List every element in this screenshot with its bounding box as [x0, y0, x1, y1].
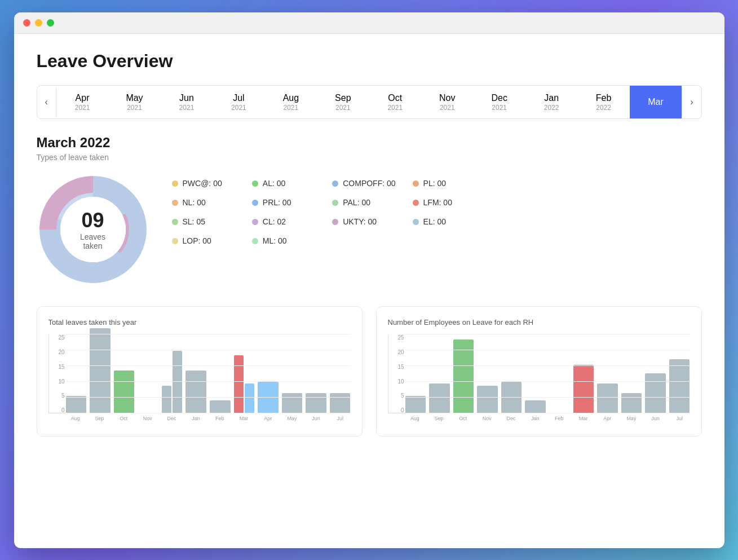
bar	[621, 393, 642, 413]
bar-group	[162, 351, 183, 413]
legend-label: ML: 00	[263, 236, 287, 245]
x-label: Dec	[501, 416, 522, 421]
month-item-sep[interactable]: Sep2021	[317, 86, 369, 119]
x-label: Apr	[597, 416, 618, 421]
bar	[453, 339, 474, 413]
bar	[330, 393, 351, 413]
total-leaves-title: Total leaves taken this year	[48, 318, 351, 327]
section-subtitle: Types of leave taken	[37, 153, 702, 162]
legend-label: CL: 02	[263, 217, 286, 226]
x-label: May	[282, 416, 303, 421]
next-month-button[interactable]: ›	[682, 88, 701, 116]
legend-dot	[332, 200, 338, 206]
legend-dot	[252, 219, 258, 225]
month-item-jul[interactable]: Jul2021	[213, 86, 264, 119]
bar-group	[405, 396, 426, 413]
bar-group	[573, 365, 594, 413]
legend-label: UKTY: 00	[343, 217, 377, 226]
month-item-mar[interactable]: Mar	[630, 86, 682, 119]
bar	[210, 400, 231, 413]
legend-dot	[413, 219, 419, 225]
x-label: Nov	[477, 416, 498, 421]
x-label: Jan	[185, 416, 206, 421]
bar-group	[597, 383, 618, 413]
bar-group	[330, 393, 351, 413]
charts-row: Total leaves taken this year 2520151050 …	[37, 306, 702, 436]
employees-leave-chart: Number of Employees on Leave for each RH…	[376, 306, 702, 436]
section-title: March 2022	[37, 135, 702, 151]
legend-item: PL: 00	[413, 179, 476, 188]
months-list: Apr2021May2021Jun2021Jul2021Aug2021Sep20…	[56, 86, 682, 119]
month-item-aug[interactable]: Aug2021	[265, 86, 317, 119]
bar	[669, 359, 690, 413]
legend-item: PAL: 00	[332, 198, 395, 207]
maximize-button[interactable]	[47, 19, 54, 27]
bar-group	[234, 355, 255, 413]
title-bar	[14, 12, 724, 34]
prev-month-button[interactable]: ‹	[37, 88, 56, 116]
x-label: Jun	[306, 416, 326, 421]
x-label: Nov	[138, 416, 158, 421]
legend-item: LOP: 00	[172, 236, 235, 245]
bar	[234, 355, 244, 413]
legend-item: AL: 00	[252, 179, 315, 188]
legend-dot	[332, 180, 338, 187]
total-leaves-chart: Total leaves taken this year 2520151050 …	[37, 306, 363, 436]
x-label: Dec	[161, 416, 182, 421]
y-axis: 2520151050	[49, 334, 65, 413]
legend-item: COMPOFF: 00	[332, 179, 395, 188]
month-item-may[interactable]: May2021	[108, 86, 160, 119]
leave-section: March 2022 Types of leave taken	[37, 135, 702, 286]
bar	[501, 382, 522, 413]
legend-dot	[172, 180, 178, 187]
month-item-jan[interactable]: Jan2022	[525, 86, 577, 119]
x-label: Oct	[453, 416, 474, 421]
x-label: Apr	[258, 416, 279, 421]
x-label: May	[621, 416, 642, 421]
bar	[597, 383, 618, 413]
legend-dot	[332, 219, 338, 225]
legend-item: SL: 05	[172, 217, 235, 226]
bar-group	[621, 393, 642, 413]
legend-label: NL: 00	[183, 198, 206, 207]
bar	[573, 365, 594, 413]
x-label: Mar	[233, 416, 254, 421]
bar-group	[525, 400, 546, 413]
month-item-jun[interactable]: Jun2021	[161, 86, 213, 119]
x-label: Sep	[89, 416, 110, 421]
bar	[405, 396, 426, 413]
donut-chart: 09 Leavestaken	[37, 173, 149, 286]
y-axis-2: 2520151050	[388, 334, 404, 413]
month-item-oct[interactable]: Oct2021	[369, 86, 421, 119]
minimize-button[interactable]	[35, 19, 42, 27]
bar	[66, 396, 87, 413]
month-item-dec[interactable]: Dec2021	[473, 86, 525, 119]
donut-label: Leavestaken	[80, 232, 105, 250]
x-label: Feb	[549, 416, 570, 421]
legend-item: EL: 00	[413, 217, 476, 226]
bar-group	[453, 339, 474, 413]
total-leaves-area: 2520151050 AugSepOctNovDecJanFebMarAprMa…	[48, 334, 351, 425]
x-label: Jan	[525, 416, 546, 421]
bar	[477, 386, 498, 413]
legend-item: PRL: 00	[252, 198, 315, 207]
bar	[90, 328, 111, 413]
legend-dot	[172, 200, 178, 206]
month-item-feb[interactable]: Feb2022	[577, 86, 629, 119]
month-item-nov[interactable]: Nov2021	[421, 86, 473, 119]
close-button[interactable]	[23, 19, 30, 27]
x-label: Jul	[330, 416, 351, 421]
month-item-apr[interactable]: Apr2021	[56, 86, 108, 119]
bar-group	[669, 359, 690, 413]
legend-label: PL: 00	[423, 179, 446, 188]
bar	[525, 400, 546, 413]
bar-group	[429, 383, 450, 413]
x-labels-2: AugSepOctNovDecJanFebMarAprMayJunJul	[388, 416, 690, 421]
legend-item: UKTY: 00	[332, 217, 395, 226]
legend-item: PWC@: 00	[172, 179, 235, 188]
bar-group	[210, 400, 231, 413]
legend-label: PAL: 00	[343, 198, 370, 207]
legend-item: LFM: 00	[413, 198, 476, 207]
donut-total: 09	[80, 209, 105, 232]
bar-group	[477, 386, 498, 413]
